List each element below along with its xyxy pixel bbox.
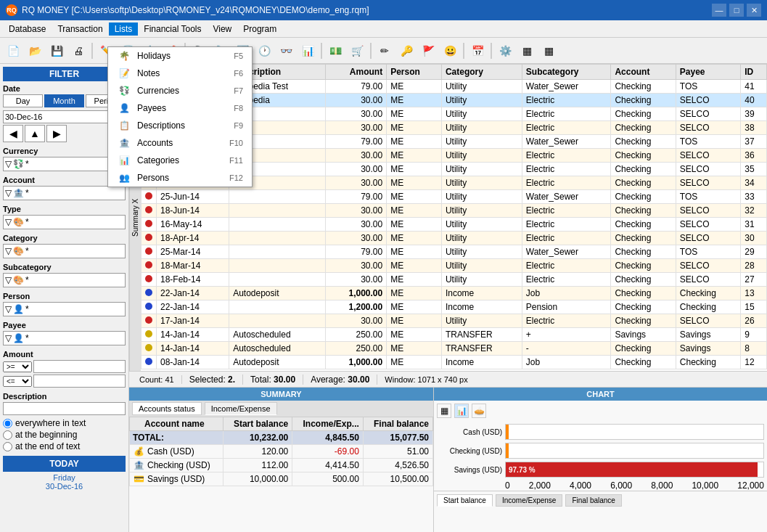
col-account[interactable]: Account — [611, 65, 676, 80]
tb-settings[interactable]: ⚙️ — [495, 41, 515, 60]
chart-tab-final[interactable]: Final balance — [565, 494, 621, 507]
tb-grid1[interactable]: ▦ — [517, 41, 537, 60]
table-row[interactable]: 18-Apr-14 30.00 ME Utility Electric Chec… — [141, 232, 767, 245]
subcategory-section: Subcategory ▽ 🎨 * — [3, 263, 126, 287]
tb-save[interactable]: 💾 — [46, 41, 67, 60]
tb-new[interactable]: 📄 — [3, 41, 23, 60]
row-amount: 30.00 — [325, 314, 387, 328]
table-row[interactable]: 18-Jun-14 30.00 ME Utility Electric Chec… — [141, 204, 767, 218]
nav-up[interactable]: ▲ — [25, 125, 45, 142]
subcategory-dropdown[interactable]: ▽ 🎨 * — [3, 273, 126, 287]
lists-menu-item-descriptions[interactable]: 📋 Descriptions F9 — [108, 117, 252, 134]
tb-cart[interactable]: 🛒 — [347, 41, 367, 60]
menu-item-icon: 📋 — [117, 120, 131, 131]
table-row[interactable]: 25-Mar-14 79.00 ME Utility Water_Sewer C… — [141, 245, 767, 259]
tb-faces[interactable]: 😀 — [440, 41, 460, 60]
row-date: 14-Jan-14 — [157, 328, 229, 342]
amount-op2[interactable]: <= — [3, 376, 32, 387]
col-category[interactable]: Category — [441, 65, 522, 80]
table-row[interactable]: 18-Mar-14 30.00 ME Utility Electric Chec… — [141, 259, 767, 273]
amount-input-1[interactable] — [33, 360, 126, 373]
lists-menu-item-payees[interactable]: 👤 Payees F8 — [108, 99, 252, 117]
category-value: * — [25, 246, 29, 256]
minimize-button[interactable]: — — [712, 4, 726, 17]
lists-menu-item-persons[interactable]: 👥 Persons F12 — [108, 169, 252, 187]
amount-section: Amount >= <= — [3, 350, 126, 388]
nav-back[interactable]: ◀ — [3, 125, 23, 142]
lists-menu-item-holidays[interactable]: 🌴 Holidays F5 — [108, 47, 252, 65]
description-input[interactable] — [3, 402, 126, 415]
menu-program[interactable]: Program — [237, 22, 282, 36]
chart-icon-table[interactable]: ▦ — [437, 404, 451, 418]
tb-grid2[interactable]: ▦ — [538, 41, 559, 60]
tb-pencil2[interactable]: ✏ — [374, 41, 395, 60]
table-row[interactable]: 17-Jan-14 30.00 ME Utility Electric Chec… — [141, 314, 767, 328]
row-payee: SELCO — [676, 314, 740, 328]
account-dropdown[interactable]: ▽ 🏦 * — [3, 186, 126, 200]
sum-row-label: 🏦Checking (USD) — [130, 459, 223, 472]
chart-tab-start[interactable]: Start balance — [437, 494, 493, 507]
tb-calendar[interactable]: 📅 — [467, 41, 488, 60]
table-row[interactable]: 22-Jan-14 1,200.00 ME Income Pension Che… — [141, 300, 767, 314]
menu-transaction[interactable]: Transaction — [52, 22, 108, 36]
menu-view[interactable]: View — [207, 22, 237, 36]
lists-menu-item-notes[interactable]: 📝 Notes F6 — [108, 65, 252, 82]
table-row[interactable]: 18-Feb-14 30.00 ME Utility Electric Chec… — [141, 273, 767, 287]
type-dropdown[interactable]: ▽ 🎨 * — [3, 215, 126, 229]
chart-icon-pie[interactable]: 🥧 — [472, 404, 486, 418]
today-button[interactable]: TODAY — [3, 456, 126, 472]
tb-tools[interactable]: 🔑 — [396, 41, 417, 60]
row-subcategory: Electric — [522, 121, 611, 135]
summary-tab-income[interactable]: Income/Expense — [205, 402, 277, 415]
radio-end[interactable]: at the end of text — [3, 441, 126, 451]
maximize-button[interactable]: □ — [729, 4, 744, 17]
amount-input-2[interactable] — [33, 375, 126, 388]
col-person[interactable]: Person — [387, 65, 442, 80]
chart-tab-income[interactable]: Income/Expense — [496, 494, 563, 507]
payee-dropdown[interactable]: ▽ 👤 * — [3, 331, 126, 345]
col-id[interactable]: ID — [741, 65, 767, 80]
amount-op1[interactable]: >= — [3, 361, 32, 372]
radio-beginning[interactable]: at the beginning — [3, 430, 126, 440]
tb-glasses[interactable]: 👓 — [276, 41, 296, 60]
tb-print[interactable]: 🖨 — [68, 41, 89, 60]
table-row[interactable]: 14-Jan-14 Autoscheduled 250.00 ME TRANSF… — [141, 328, 767, 342]
category-label: Category — [3, 234, 126, 242]
table-row[interactable]: 22-Jan-14 Autodeposit 1,000.00 ME Income… — [141, 287, 767, 300]
close-button[interactable]: ✕ — [747, 4, 761, 17]
table-row[interactable]: 25-Jun-14 79.00 ME Utility Water_Sewer C… — [141, 190, 767, 204]
menu-lists[interactable]: Lists — [109, 22, 139, 36]
summary-tab-accounts[interactable]: Accounts status — [132, 402, 202, 415]
lists-menu-item-currencies[interactable]: 💱 Currencies F7 — [108, 82, 252, 99]
table-row[interactable]: 16-May-14 30.00 ME Utility Electric Chec… — [141, 218, 767, 232]
row-amount: 1,200.00 — [325, 300, 387, 314]
menu-item-key: F11 — [229, 156, 243, 165]
lists-menu-item-categories[interactable]: 📊 Categories F11 — [108, 152, 252, 169]
menu-financial-tools[interactable]: Financial Tools — [138, 22, 207, 36]
row-person: ME — [387, 218, 442, 232]
col-payee[interactable]: Payee — [676, 65, 740, 80]
col-subcategory[interactable]: Subcategory — [522, 65, 611, 80]
tb-dollar[interactable]: 💵 — [325, 41, 345, 60]
category-dropdown[interactable]: ▽ 🎨 * — [3, 244, 126, 258]
radio-everywhere[interactable]: everywhere in text — [3, 418, 126, 428]
row-person: ME — [387, 149, 442, 163]
row-person: ME — [387, 356, 442, 369]
month-button[interactable]: Month — [44, 94, 84, 107]
chart-bar-row: Savings (USD) 97.73 % — [437, 462, 764, 478]
tb-open[interactable]: 📂 — [25, 41, 45, 60]
lists-menu-item-accounts[interactable]: 🏦 Accounts F10 — [108, 134, 252, 152]
row-status — [141, 245, 157, 259]
tb-flag[interactable]: 🚩 — [418, 41, 438, 60]
table-row[interactable]: 08-Jan-14 Autodeposit 1,000.00 ME Income… — [141, 356, 767, 369]
person-dropdown[interactable]: ▽ 👤 * — [3, 302, 126, 316]
tb-clock[interactable]: 🕐 — [254, 41, 274, 60]
chart-icon-bar[interactable]: 📊 — [454, 404, 469, 418]
row-id: 37 — [741, 135, 767, 149]
nav-forward[interactable]: ▶ — [46, 125, 67, 142]
col-amount[interactable]: Amount — [325, 65, 387, 80]
menu-database[interactable]: Database — [3, 22, 52, 36]
day-button[interactable]: Day — [3, 94, 43, 107]
tb-chart[interactable]: 📊 — [298, 41, 318, 60]
table-row[interactable]: 14-Jan-14 Autoscheduled 250.00 ME TRANSF… — [141, 342, 767, 356]
